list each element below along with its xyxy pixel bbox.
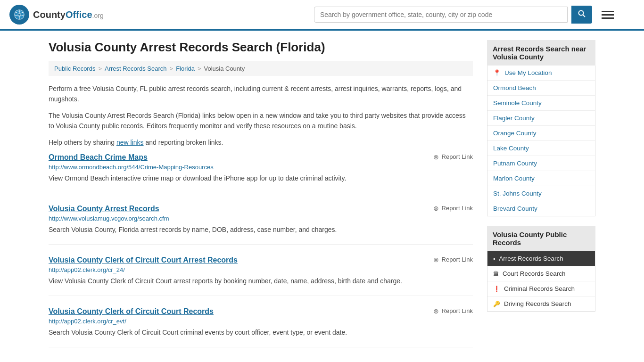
sidebar-nearby-item: Putnam County — [487, 156, 595, 171]
site-header: CountyOffice.org — [0, 0, 644, 31]
svg-point-3 — [18, 14, 20, 16]
result-url-0: http://www.ormondbeach.org/544/Crime-Map… — [49, 164, 473, 171]
sidebar-nearby-item: Orange County — [487, 126, 595, 141]
sidebar-nearby-link-2[interactable]: Seminole County — [487, 96, 595, 110]
logo-text: CountyOffice.org — [33, 9, 104, 20]
sidebar-nearby-item: St. Johns County — [487, 186, 595, 201]
report-link-3[interactable]: ⊗ Report Link — [433, 307, 473, 315]
report-icon-1: ⊗ — [433, 205, 439, 212]
sidebar-nearby-link-3[interactable]: Flagler County — [487, 111, 595, 125]
sidebar-nearby-header: Arrest Records Search near Volusia Count… — [487, 40, 595, 66]
sidebar-public-records-item: ❗ Criminal Records Search — [487, 281, 595, 296]
public-records-link-1[interactable]: 🏛 Court Records Search — [487, 266, 595, 281]
result-item: Ormond Beach Crime Maps ⊗ Report Link ht… — [49, 153, 473, 193]
report-link-0[interactable]: ⊗ Report Link — [433, 153, 473, 161]
result-url-1: http://www.volusiamug.vcgov.org/search.c… — [49, 215, 473, 222]
sidebar-nearby-link-6[interactable]: Putnam County — [487, 156, 595, 171]
result-title-1[interactable]: Volusia County Arrest Records — [49, 205, 159, 213]
result-desc-1: Search Volusia County, Florida arrest re… — [49, 225, 473, 235]
page-title: Volusia County Arrest Records Search (Fl… — [49, 40, 473, 55]
report-icon-3: ⊗ — [433, 307, 439, 315]
sidebar-public-records-item: 🏛 Court Records Search — [487, 266, 595, 281]
record-icon-1: 🏛 — [493, 271, 499, 277]
breadcrumb-florida[interactable]: Florida — [176, 65, 195, 72]
logo: CountyOffice.org — [9, 5, 104, 25]
result-item: Volusia County Arrest Records ⊗ Report L… — [49, 205, 473, 245]
sidebar-nearby-link-4[interactable]: Orange County — [487, 126, 595, 140]
breadcrumb-current: Volusia County — [204, 65, 245, 72]
result-desc-3: Search Volusia County Clerk of Circuit C… — [49, 328, 473, 337]
search-button[interactable] — [571, 6, 592, 24]
sidebar: Arrest Records Search near Volusia Count… — [487, 40, 595, 359]
result-desc-2: View Volusia County Clerk of Circuit Cou… — [49, 276, 473, 286]
report-label-0: Report Link — [442, 153, 473, 160]
svg-line-5 — [583, 15, 586, 17]
logo-icon — [9, 5, 29, 25]
new-links-link[interactable]: new links — [116, 139, 144, 146]
sidebar-public-records-list: ▪ Arrest Records Search🏛 Court Records S… — [487, 251, 595, 312]
result-title-0[interactable]: Ormond Beach Crime Maps — [49, 153, 148, 162]
result-url-2: http://app02.clerk.org/cr_24/ — [49, 266, 473, 273]
sidebar-public-records-item: 🔑 Driving Records Search — [487, 296, 595, 311]
record-icon-0: ▪ — [493, 255, 495, 262]
sidebar-public-records-header: Volusia County Public Records — [487, 226, 595, 251]
result-title-row: Volusia County Clerk of Circuit Court Ar… — [49, 256, 473, 264]
sidebar-nearby-item: Marion County — [487, 171, 595, 186]
report-label-3: Report Link — [442, 307, 473, 314]
search-area — [314, 6, 616, 24]
sidebar-nearby-item: Flagler County — [487, 111, 595, 126]
public-records-link-2[interactable]: ❗ Criminal Records Search — [487, 281, 595, 296]
sidebar-nearby-link-7[interactable]: Marion County — [487, 171, 595, 186]
menu-icon[interactable] — [600, 9, 616, 21]
breadcrumb-arrest-records-search[interactable]: Arrest Records Search — [105, 65, 167, 72]
sidebar-nearby-link-8[interactable]: St. Johns County — [487, 186, 595, 201]
result-url-3: http://app02.clerk.org/cr_evt/ — [49, 318, 473, 325]
result-title-row: Ormond Beach Crime Maps ⊗ Report Link — [49, 153, 473, 162]
description-para3: Help others by sharing new links and rep… — [49, 137, 473, 148]
report-label-2: Report Link — [442, 256, 473, 263]
sidebar-nearby-item: Seminole County — [487, 96, 595, 111]
location-pin-icon: 📍 — [493, 69, 501, 76]
sidebar-nearby-item: Brevard County — [487, 201, 595, 216]
result-item: Volusia County Clerk of Circuit Court Ar… — [49, 256, 473, 296]
search-input[interactable] — [314, 7, 568, 23]
record-icon-2: ❗ — [493, 286, 500, 292]
sidebar-nearby-item: Lake County — [487, 141, 595, 156]
main-container: Volusia County Arrest Records Search (Fl… — [39, 31, 605, 362]
sidebar-nearby-section: Arrest Records Search near Volusia Count… — [487, 40, 595, 216]
result-title-row: Volusia County Arrest Records ⊗ Report L… — [49, 205, 473, 213]
result-desc-0: View Ormond Beach interactive crime map … — [49, 173, 473, 183]
record-icon-3: 🔑 — [493, 301, 500, 307]
breadcrumb-public-records[interactable]: Public Records — [54, 65, 95, 72]
use-my-location-link[interactable]: 📍 Use My Location — [487, 66, 595, 80]
report-link-2[interactable]: ⊗ Report Link — [433, 256, 473, 263]
report-icon-2: ⊗ — [433, 256, 439, 263]
sidebar-public-records-item: ▪ Arrest Records Search — [487, 251, 595, 266]
description-para2: The Volusia County Arrest Records Search… — [49, 110, 473, 132]
report-link-1[interactable]: ⊗ Report Link — [433, 205, 473, 212]
sidebar-nearby-link-9[interactable]: Brevard County — [487, 201, 595, 216]
report-icon-0: ⊗ — [433, 153, 439, 161]
sidebar-public-records-section: Volusia County Public Records ▪ Arrest R… — [487, 226, 595, 312]
result-item: Volusia County Clerk of Circuit Court Re… — [49, 307, 473, 347]
sidebar-nearby-item: Ormond Beach — [487, 81, 595, 96]
breadcrumb: Public Records > Arrest Records Search >… — [49, 61, 473, 76]
results-container: Ormond Beach Crime Maps ⊗ Report Link ht… — [49, 153, 473, 347]
description-para1: Perform a free Volusia County, FL public… — [49, 83, 473, 105]
content-area: Volusia County Arrest Records Search (Fl… — [49, 40, 473, 359]
result-title-row: Volusia County Clerk of Circuit Court Re… — [49, 307, 473, 316]
report-label-1: Report Link — [442, 205, 473, 212]
public-records-link-3[interactable]: 🔑 Driving Records Search — [487, 296, 595, 311]
sidebar-nearby-link-5[interactable]: Lake County — [487, 141, 595, 156]
result-title-2[interactable]: Volusia County Clerk of Circuit Court Ar… — [49, 256, 238, 264]
svg-point-4 — [579, 11, 584, 16]
result-title-3[interactable]: Volusia County Clerk of Circuit Court Re… — [49, 307, 214, 316]
public-records-link-0[interactable]: ▪ Arrest Records Search — [487, 251, 595, 266]
sidebar-nearby-item: 📍 Use My Location — [487, 66, 595, 81]
sidebar-nearby-list: 📍 Use My LocationOrmond BeachSeminole Co… — [487, 66, 595, 216]
sidebar-nearby-link-1[interactable]: Ormond Beach — [487, 81, 595, 95]
